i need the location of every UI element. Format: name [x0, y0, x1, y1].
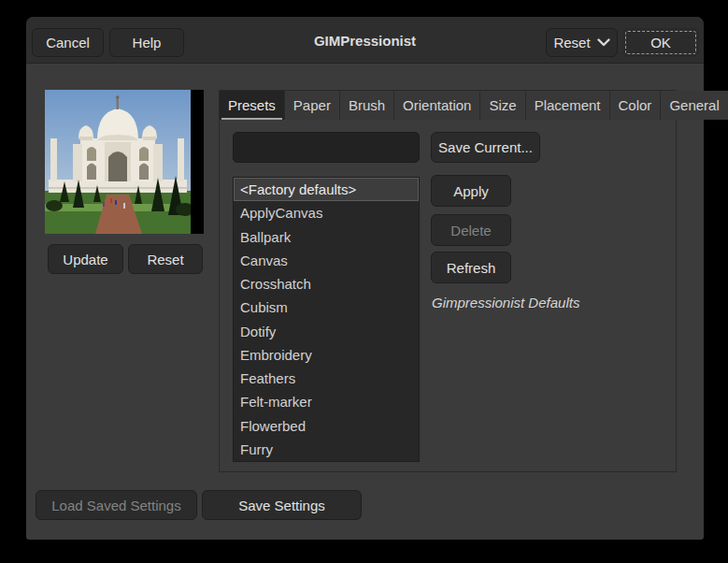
- preset-list-item[interactable]: Dotify: [234, 320, 419, 343]
- preset-list-item[interactable]: Crosshatch: [234, 272, 419, 296]
- preset-list-item[interactable]: Feathers: [234, 367, 419, 390]
- ok-button[interactable]: OK: [622, 28, 699, 57]
- help-button[interactable]: Help: [109, 28, 184, 57]
- tab-general[interactable]: General: [661, 91, 728, 120]
- preset-list-item[interactable]: Flowerbed: [234, 414, 419, 438]
- refresh-button[interactable]: Refresh: [431, 252, 511, 283]
- tab-placement[interactable]: Placement: [526, 91, 610, 120]
- preset-list-item[interactable]: Furry: [234, 438, 419, 461]
- preset-list-item[interactable]: Ballpark: [234, 225, 419, 249]
- tab-color[interactable]: Color: [610, 91, 662, 120]
- tab-strip: PresetsPaperBrushOrientationSizePlacemen…: [220, 91, 676, 120]
- preset-list-item[interactable]: Felt-marker: [234, 390, 419, 413]
- update-button[interactable]: Update: [48, 244, 123, 274]
- reset-menu-button[interactable]: Reset: [546, 28, 618, 57]
- apply-button[interactable]: Apply: [431, 175, 511, 207]
- preset-list-item[interactable]: Canvas: [234, 249, 419, 272]
- tab-orientation[interactable]: Orientation: [394, 91, 480, 120]
- save-settings-button[interactable]: Save Settings: [202, 490, 362, 520]
- preview-image: [45, 90, 204, 234]
- preset-name-input[interactable]: [233, 132, 420, 163]
- settings-notebook: PresetsPaperBrushOrientationSizePlacemen…: [219, 90, 677, 472]
- preset-list-item[interactable]: Cubism: [234, 296, 419, 319]
- tab-brush[interactable]: Brush: [340, 91, 394, 120]
- screen: GIMPressionist Cancel Help Reset OK: [0, 0, 728, 563]
- delete-button: Delete: [431, 214, 511, 246]
- tab-size[interactable]: Size: [480, 91, 525, 120]
- preset-list-item[interactable]: ApplyCanvas: [234, 201, 419, 224]
- preview-reset-button[interactable]: Reset: [128, 244, 203, 274]
- chevron-down-icon: [597, 38, 610, 47]
- tab-presets[interactable]: Presets: [220, 91, 285, 120]
- preset-list-item[interactable]: <Factory defaults>: [234, 178, 419, 201]
- preset-list-item[interactable]: Embroidery: [234, 343, 419, 367]
- reset-menu-label: Reset: [553, 35, 590, 51]
- dialog-header: GIMPressionist Cancel Help Reset OK: [26, 17, 704, 64]
- gimpressionist-dialog: GIMPressionist Cancel Help Reset OK: [26, 17, 704, 540]
- preset-description: Gimpressionist Defaults: [432, 295, 579, 310]
- save-current-button[interactable]: Save Current...: [431, 132, 540, 163]
- load-saved-settings-button: Load Saved Settings: [36, 490, 197, 520]
- cancel-button[interactable]: Cancel: [32, 28, 104, 57]
- preset-list[interactable]: <Factory defaults>ApplyCanvasBallparkCan…: [233, 177, 420, 462]
- tab-paper[interactable]: Paper: [285, 91, 340, 120]
